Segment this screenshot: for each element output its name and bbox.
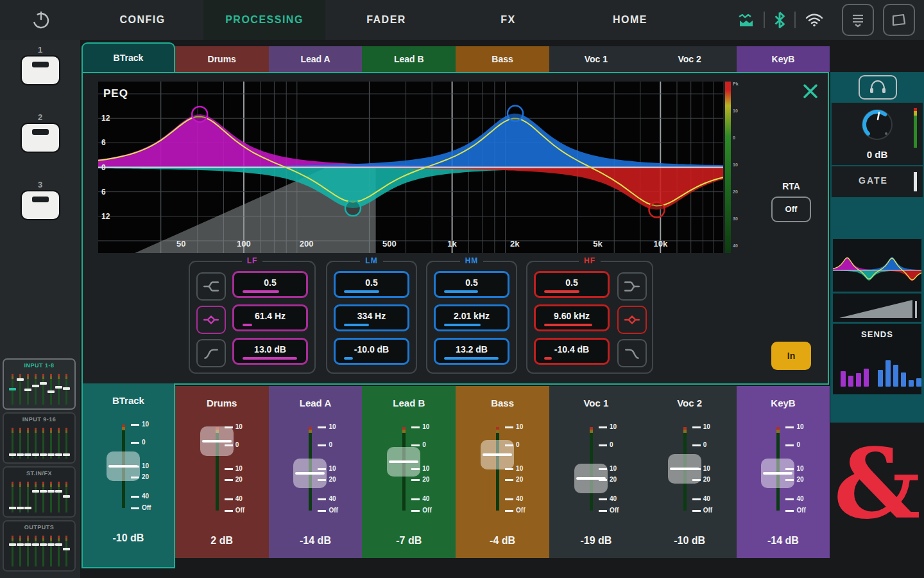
- power-button[interactable]: [0, 0, 81, 40]
- rta-toggle-button[interactable]: Off: [771, 197, 811, 222]
- lf-freq-value[interactable]: 61.4 Hz: [232, 304, 308, 331]
- peq-graph[interactable]: 501002005001k2k5k10k1260612: [98, 82, 723, 253]
- high-shelf-icon[interactable]: [617, 272, 647, 301]
- mini-fader-cap: [47, 453, 55, 456]
- mini-fader-cap: [24, 389, 31, 391]
- meter-bank-0[interactable]: INPUT 1-8: [3, 358, 76, 410]
- hf-freq-value[interactable]: 9.60 kHz: [534, 304, 610, 331]
- layer-key[interactable]: [22, 191, 59, 219]
- channel-tab-bass[interactable]: Bass: [456, 46, 549, 72]
- low-pass-icon[interactable]: [617, 339, 647, 367]
- fader-tick-label: 10: [422, 423, 429, 430]
- high-pass-icon[interactable]: [196, 339, 226, 367]
- hm-gain-value[interactable]: 13.2 dB: [434, 338, 509, 365]
- wifi-icon[interactable]: [805, 12, 824, 28]
- fader-cap[interactable]: [200, 426, 234, 456]
- hf-gain-value[interactable]: -10.4 dB: [534, 338, 610, 365]
- meter-scale-label: 0: [733, 136, 735, 140]
- fader-tick-label: 10: [703, 465, 710, 472]
- meter-scale-label: Pk: [733, 82, 739, 86]
- layer-key[interactable]: [22, 124, 59, 152]
- nav-tab-home[interactable]: HOME: [569, 0, 691, 40]
- lf-band-label: LF: [190, 256, 314, 265]
- eq-in-button[interactable]: In: [771, 342, 811, 370]
- layer-number: 2: [0, 112, 80, 122]
- compressor-thumbnail[interactable]: [833, 293, 921, 322]
- fader-cap[interactable]: [761, 459, 794, 488]
- bell-icon[interactable]: [196, 306, 226, 334]
- layer-button-1[interactable]: 1: [0, 45, 80, 84]
- channel-tab-drums[interactable]: Drums: [175, 46, 269, 72]
- lm-freq-value[interactable]: 334 Hz: [334, 304, 409, 331]
- scene-sync-icon[interactable]: [738, 12, 755, 28]
- fader-cap[interactable]: [107, 451, 140, 481]
- window-button[interactable]: [883, 4, 915, 36]
- channel-strip-lead-b: Lead B100102040Off-7 dB: [362, 386, 456, 558]
- meter-bank-3[interactable]: OUTPUTS: [3, 520, 76, 572]
- channel-fader[interactable]: 100102040Off: [362, 427, 456, 517]
- strip-name: Drums: [175, 398, 269, 408]
- fader-tick: [131, 424, 139, 426]
- bell-icon[interactable]: [617, 306, 647, 334]
- hm-freq-value[interactable]: 2.01 kHz: [434, 304, 509, 331]
- fader-cap[interactable]: [481, 440, 514, 469]
- nav-tab-fader[interactable]: FADER: [325, 0, 447, 40]
- svg-text:200: 200: [300, 239, 314, 249]
- channel-fader[interactable]: 100102040Off: [175, 427, 269, 517]
- fader-cap[interactable]: [668, 454, 701, 484]
- peq-thumbnail[interactable]: [833, 239, 921, 292]
- channel-tab-voc-1[interactable]: Voc 1: [549, 46, 643, 72]
- bluetooth-icon[interactable]: [774, 12, 785, 28]
- fader-cap[interactable]: [574, 464, 608, 493]
- channel-tab-voc-2[interactable]: Voc 2: [643, 46, 737, 72]
- fader-cap[interactable]: [293, 459, 327, 488]
- fader-tick-label: Off: [235, 507, 244, 514]
- fader-tick-label: 10: [422, 465, 429, 472]
- menu-button[interactable]: [842, 4, 874, 36]
- hf-q-value[interactable]: 0.5: [534, 271, 610, 298]
- fader-tick: [505, 510, 513, 512]
- fader-tick-label: 40: [703, 495, 710, 502]
- mini-meter: [19, 536, 21, 566]
- layer-key[interactable]: [22, 57, 59, 84]
- gain-knob[interactable]: [854, 104, 900, 145]
- menu-icon: [850, 12, 866, 28]
- channel-fader[interactable]: 100102040Off: [269, 427, 363, 517]
- nav-tab-fx[interactable]: FX: [447, 0, 569, 40]
- channel-tab-lead-a[interactable]: Lead A: [269, 46, 363, 72]
- channel-fader[interactable]: 100102040Off: [737, 427, 830, 517]
- mini-fader-cap: [24, 453, 31, 456]
- channel-fader[interactable]: 100102040Off: [643, 427, 737, 517]
- headphones-button[interactable]: [859, 75, 897, 100]
- channel-fader[interactable]: 100102040Off: [456, 427, 549, 517]
- mini-fader-cap: [40, 543, 47, 546]
- channel-tab-keyb[interactable]: KeyB: [737, 46, 830, 72]
- layer-button-2[interactable]: 2: [0, 112, 80, 152]
- channel-fader[interactable]: 100102040Off: [549, 427, 643, 517]
- close-icon[interactable]: [801, 82, 819, 100]
- lf-q-value[interactable]: 0.5: [232, 271, 308, 298]
- gate-panel[interactable]: GATE: [832, 166, 923, 197]
- fader-tick: [318, 498, 326, 500]
- gate-meter: [914, 172, 917, 191]
- layer-button-3[interactable]: 3: [0, 180, 80, 219]
- channel-tab-btrack[interactable]: BTrack: [81, 42, 175, 72]
- lm-gain-value[interactable]: -10.0 dB: [334, 338, 409, 365]
- lm-q-value[interactable]: 0.5: [334, 271, 409, 298]
- fader-cap[interactable]: [387, 447, 420, 477]
- channel-strip-drums: Drums100102040Off2 dB: [175, 386, 269, 558]
- low-shelf-icon[interactable]: [196, 272, 226, 301]
- nav-tab-processing[interactable]: PROCESSING: [203, 0, 325, 40]
- channel-tab-lead-b[interactable]: Lead B: [362, 46, 456, 72]
- lf-gain-value[interactable]: 13.0 dB: [232, 338, 308, 365]
- meter-bank-1[interactable]: INPUT 9-16: [3, 412, 76, 464]
- svg-text:12: 12: [101, 212, 110, 221]
- nav-tab-config[interactable]: CONFIG: [81, 0, 203, 40]
- meter-bank-2[interactable]: ST.IN/FX: [3, 466, 76, 518]
- mini-fader-cap: [55, 490, 62, 493]
- fader-tick: [599, 510, 607, 512]
- sends-panel[interactable]: SENDS: [833, 324, 921, 394]
- svg-text:10k: 10k: [653, 239, 667, 249]
- channel-fader[interactable]: 100102040Off: [83, 425, 174, 514]
- hm-q-value[interactable]: 0.5: [434, 271, 509, 298]
